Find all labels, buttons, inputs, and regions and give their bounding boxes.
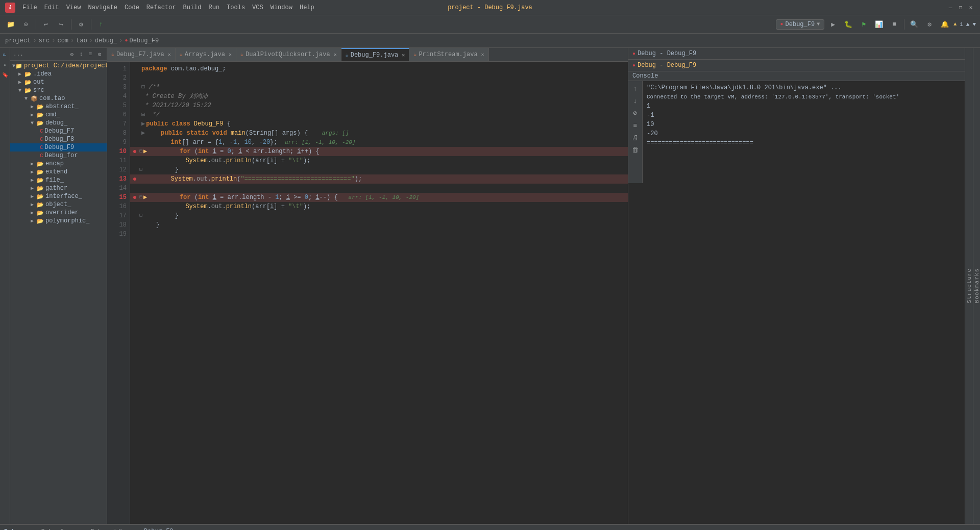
- menu-vcs[interactable]: VCS: [249, 3, 266, 12]
- ph-icon-1[interactable]: ⊙: [68, 50, 76, 58]
- tab-debug-f9[interactable]: ☕ Debug_F9.java ✕: [341, 48, 410, 61]
- debug-console-sub-title: ● Debug - Debug_F9: [628, 60, 965, 71]
- bookmark-icon[interactable]: 🔖: [1, 70, 10, 80]
- tree-item-project[interactable]: ▼ 📁 project C:/idea/project: [10, 62, 107, 70]
- debug-button[interactable]: 🐛: [842, 18, 855, 31]
- undo-btn[interactable]: ↩: [39, 18, 53, 31]
- project-icon[interactable]: P: [1, 50, 10, 59]
- print-btn[interactable]: 🖨: [630, 132, 641, 143]
- debug-panel-minimize-btn[interactable]: —: [965, 526, 976, 531]
- bookmarks-panel[interactable]: Bookmarks: [973, 48, 980, 524]
- ph-icon-3[interactable]: ≡: [86, 50, 94, 58]
- tree-item-file[interactable]: ▶ 📂 file_: [10, 176, 107, 184]
- notifications-btn[interactable]: 🔔: [938, 18, 951, 31]
- debug-tab-debugfor[interactable]: ● Debugfor ✕: [32, 527, 80, 531]
- settings-btn[interactable]: ⚙: [75, 18, 88, 31]
- tree-item-overrider[interactable]: ▶ 📂 overrider_: [10, 209, 107, 217]
- breadcrumb-com[interactable]: com: [57, 37, 68, 44]
- breadcrumb-debug[interactable]: debug_: [95, 37, 117, 44]
- tree-item-extend[interactable]: ▶ 📂 extend: [10, 168, 107, 176]
- tab-debug-f7[interactable]: ☕ Debug_F7.java ✕: [107, 48, 176, 61]
- tree-item-interface[interactable]: ▶ 📂 interface_: [10, 192, 107, 200]
- tree-item-com-tao[interactable]: ▼ 📦 com.tao: [10, 94, 107, 103]
- title-bar-left: J File Edit View Navigate Code Refactor …: [5, 3, 317, 13]
- debug-tab-f9[interactable]: ● Debug_F9 ✕: [135, 527, 183, 531]
- stop-button[interactable]: ■: [888, 18, 901, 31]
- tree-item-abstract[interactable]: ▶ 📂 abstract_: [10, 103, 107, 111]
- tree-item-cmd[interactable]: ▶ 📂 cmd_: [10, 111, 107, 119]
- breadcrumb-src[interactable]: src: [39, 37, 50, 44]
- tab-printstream[interactable]: ☕ PrintStream.java ✕: [409, 48, 488, 61]
- structure-label[interactable]: Structure: [965, 264, 973, 307]
- maximize-button[interactable]: ❐: [957, 4, 965, 12]
- filter-btn[interactable]: ≡: [630, 120, 641, 131]
- scroll-down-btn[interactable]: ↓: [630, 95, 641, 107]
- tree-item-out[interactable]: ▶ 📂 out: [10, 78, 107, 86]
- menu-edit[interactable]: Edit: [41, 3, 62, 12]
- scroll-up-btn[interactable]: ↑: [630, 83, 641, 94]
- code-text-6: ⊟ */: [139, 110, 160, 119]
- ph-icon-2[interactable]: ↕: [77, 50, 85, 58]
- menu-navigate[interactable]: Navigate: [85, 3, 120, 12]
- breadcrumb-tao[interactable]: tao: [76, 37, 87, 44]
- tab-close-f9[interactable]: ✕: [402, 52, 405, 58]
- menu-window[interactable]: Window: [267, 3, 296, 12]
- recent-files-btn[interactable]: ⊙: [19, 18, 33, 31]
- bp-gutter-15[interactable]: ●: [130, 193, 139, 202]
- tree-item-idea[interactable]: ▶ 📂 .idea: [10, 70, 107, 78]
- tree-item-polymorphic[interactable]: ▶ 📂 polymorphic_: [10, 217, 107, 225]
- expand-icon[interactable]: ▲: [966, 21, 970, 28]
- debug-tab-close-f9[interactable]: ✕: [176, 528, 179, 531]
- profile-button[interactable]: 📊: [872, 18, 886, 31]
- tree-item-debug-f8[interactable]: C Debug_F8: [10, 135, 107, 143]
- tab-close-arrays[interactable]: ✕: [229, 52, 232, 58]
- tab-close-dualpivot[interactable]: ✕: [334, 52, 337, 58]
- close-button[interactable]: ✕: [967, 4, 975, 12]
- tab-close-f7[interactable]: ✕: [168, 52, 171, 58]
- minimize-button[interactable]: —: [946, 4, 954, 12]
- tree-item-encap[interactable]: ▶ 📂 encap: [10, 160, 107, 168]
- project-panel-title: ...: [13, 51, 23, 57]
- menu-refactor[interactable]: Refactor: [143, 3, 179, 12]
- menu-build[interactable]: Build: [180, 3, 204, 12]
- ph-icon-settings[interactable]: ⚙: [95, 50, 104, 58]
- tab-close-printstream[interactable]: ✕: [481, 52, 484, 58]
- breadcrumb-project[interactable]: project: [5, 37, 31, 44]
- tree-item-debug-f9[interactable]: C Debug_F9: [10, 143, 107, 152]
- bookmarks-label[interactable]: Bookmarks: [973, 264, 981, 307]
- bp-gutter-10[interactable]: ●: [130, 147, 139, 156]
- bp-gutter-13[interactable]: ●: [130, 174, 139, 184]
- menu-help[interactable]: Help: [297, 3, 317, 12]
- git-icon[interactable]: ●: [1, 60, 10, 69]
- sidebar-vertical-icons: P ● 🔖: [0, 48, 10, 524]
- code-text-4: * Create By 刘鸿沛: [139, 92, 208, 101]
- tab-arrays[interactable]: ☕ Arrays.java ✕: [176, 48, 236, 61]
- debug-config-selector[interactable]: ● Debug_F9 ▼: [776, 19, 825, 30]
- structure-panel[interactable]: Structure: [965, 48, 973, 524]
- menu-tools[interactable]: Tools: [224, 3, 248, 12]
- search-everywhere-btn[interactable]: 🔍: [908, 18, 921, 31]
- redo-btn[interactable]: ↪: [55, 18, 68, 31]
- open-project-btn[interactable]: 📁: [4, 18, 17, 31]
- debug-tab-jdk[interactable]: ● Debug_jdk ✕: [82, 527, 133, 531]
- collapse-icon[interactable]: ▼: [972, 21, 976, 28]
- tree-item-gather[interactable]: ▶ 📂 gather: [10, 184, 107, 192]
- tree-item-debug[interactable]: ▼ 📂 debug_: [10, 119, 107, 127]
- menu-run[interactable]: Run: [205, 3, 223, 12]
- vcs-update-btn[interactable]: ↑: [94, 18, 108, 31]
- coverage-button[interactable]: ⚑: [857, 18, 870, 31]
- tree-item-debug-f7[interactable]: C Debug_F7: [10, 127, 107, 135]
- menu-code[interactable]: Code: [121, 3, 142, 12]
- code-content[interactable]: package com.tao.debug_; ⊟ /** * Create B…: [130, 62, 628, 524]
- menu-file[interactable]: File: [19, 3, 40, 12]
- delete-btn[interactable]: 🗑: [630, 144, 641, 156]
- tab-dualpivot[interactable]: ☕ DualPivotQuicksort.java ✕: [236, 48, 341, 61]
- debug-panel-settings-btn[interactable]: ⚙: [951, 526, 963, 531]
- tree-item-src[interactable]: ▼ 📂 src: [10, 86, 107, 94]
- tree-item-debug-for[interactable]: C Debug_for: [10, 152, 107, 160]
- run-button[interactable]: ▶: [826, 18, 840, 31]
- menu-view[interactable]: View: [63, 3, 84, 12]
- clear-btn[interactable]: ⊘: [630, 108, 641, 119]
- tree-item-object[interactable]: ▶ 📂 object_: [10, 200, 107, 209]
- settings-main-btn[interactable]: ⚙: [923, 18, 936, 31]
